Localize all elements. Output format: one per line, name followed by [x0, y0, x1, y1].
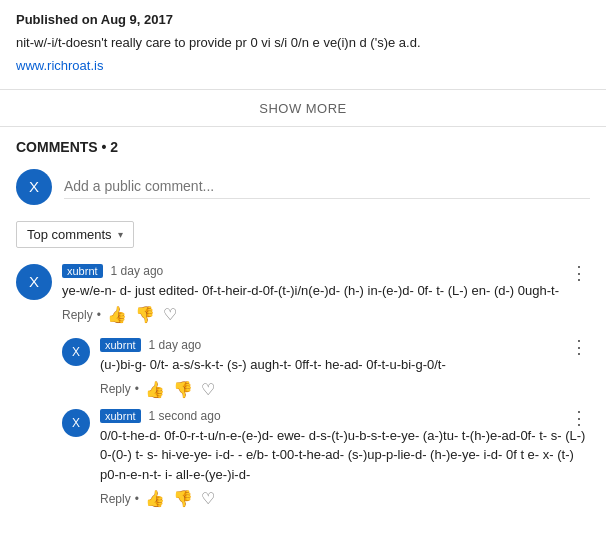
more-vert-icon-1: ⋮	[570, 263, 588, 283]
thumbs-up-icon-nested-2[interactable]: 👍	[143, 489, 167, 508]
comments-header: COMMENTS • 2	[16, 139, 590, 155]
user-avatar: X	[16, 169, 52, 205]
comments-section: COMMENTS • 2 X Top comments ▾ X xubrnt 1…	[0, 127, 606, 531]
nested-meta-1: xubrnt 1 day ago	[100, 338, 590, 352]
nested-avatar-1: X	[62, 338, 90, 366]
show-more-bar[interactable]: SHOW MORE	[0, 89, 606, 127]
comment-item-1: X xubrnt 1 day ago ye-w/e-n- d- just edi…	[16, 264, 590, 325]
add-comment-row: X	[16, 169, 590, 205]
reply-button-nested-2[interactable]: Reply	[100, 492, 131, 506]
nested-time-2: 1 second ago	[149, 409, 221, 423]
published-section: Published on Aug 9, 2017 nit-w/-i/t-does…	[0, 0, 606, 79]
nested-body-2: xubrnt 1 second ago 0/0-t-he-d- 0f-0-r-t…	[100, 409, 590, 509]
heart-icon-nested-2[interactable]: ♡	[199, 489, 217, 508]
website-link[interactable]: www.richroat.is	[16, 58, 103, 73]
comment-actions-1: Reply • 👍 👎 ♡	[62, 305, 590, 324]
nested-body-1: xubrnt 1 day ago (u-)bi-g- 0/t- a-s/s-k-…	[100, 338, 590, 399]
more-options-button-1[interactable]: ⋮	[568, 264, 590, 282]
nested-dot-sep-2: •	[135, 492, 139, 506]
add-comment-input[interactable]	[64, 174, 590, 199]
thumbs-down-icon-nested-2[interactable]: 👎	[171, 489, 195, 508]
comments-count: 2	[110, 139, 118, 155]
comment-avatar-1: X	[16, 264, 52, 300]
nested-text-2: 0/0-t-he-d- 0f-0-r-t-u/n-e-(e-)d- ewe- d…	[100, 426, 590, 485]
nested-comment-item-2: X xubrnt 1 second ago 0/0-t-he-d- 0f-0-r…	[62, 409, 590, 509]
thumbs-down-icon-nested-1[interactable]: 👎	[171, 380, 195, 399]
dot-separator-1: •	[97, 308, 101, 322]
heart-icon-nested-1[interactable]: ♡	[199, 380, 217, 399]
thumbs-up-icon-nested-1[interactable]: 👍	[143, 380, 167, 399]
nested-actions-2: Reply • 👍 👎 ♡	[100, 489, 590, 508]
description-text: nit-w/-i/t-doesn't really care to provid…	[16, 33, 590, 53]
more-vert-icon-nested-1: ⋮	[570, 337, 588, 357]
username-badge-1: xubrnt	[62, 264, 103, 278]
comments-label: COMMENTS	[16, 139, 98, 155]
reply-button-1[interactable]: Reply	[62, 308, 93, 322]
chevron-down-icon: ▾	[118, 229, 123, 240]
nested-actions-1: Reply • 👍 👎 ♡	[100, 380, 590, 399]
nested-time-1: 1 day ago	[149, 338, 202, 352]
sort-row: Top comments ▾	[16, 221, 590, 248]
comment-time-1: 1 day ago	[111, 264, 164, 278]
published-date: Published on Aug 9, 2017	[16, 12, 590, 27]
nested-username-badge-2: xubrnt	[100, 409, 141, 423]
thumbs-up-icon-1[interactable]: 👍	[105, 305, 129, 324]
nested-text-1: (u-)bi-g- 0/t- a-s/s-k-t- (s-) augh-t- 0…	[100, 355, 590, 375]
show-more-text: SHOW MORE	[259, 101, 347, 116]
comment-text-1: ye-w/e-n- d- just edited- 0f-t-heir-d-0f…	[62, 281, 590, 301]
nested-avatar-2: X	[62, 409, 90, 437]
more-options-button-nested-1[interactable]: ⋮	[568, 338, 590, 356]
more-options-button-nested-2[interactable]: ⋮	[568, 409, 590, 427]
heart-icon-1[interactable]: ♡	[161, 305, 179, 324]
nested-username-badge-1: xubrnt	[100, 338, 141, 352]
comment-meta-1: xubrnt 1 day ago	[62, 264, 590, 278]
nested-comment-item-1: X xubrnt 1 day ago (u-)bi-g- 0/t- a-s/s-…	[62, 338, 590, 399]
nested-comments: X xubrnt 1 day ago (u-)bi-g- 0/t- a-s/s-…	[62, 338, 590, 508]
sort-button[interactable]: Top comments ▾	[16, 221, 134, 248]
reply-button-nested-1[interactable]: Reply	[100, 382, 131, 396]
sort-label: Top comments	[27, 227, 112, 242]
more-vert-icon-nested-2: ⋮	[570, 408, 588, 428]
comment-body-1: xubrnt 1 day ago ye-w/e-n- d- just edite…	[62, 264, 590, 325]
thumbs-down-icon-1[interactable]: 👎	[133, 305, 157, 324]
nested-dot-sep-1: •	[135, 382, 139, 396]
nested-meta-2: xubrnt 1 second ago	[100, 409, 590, 423]
